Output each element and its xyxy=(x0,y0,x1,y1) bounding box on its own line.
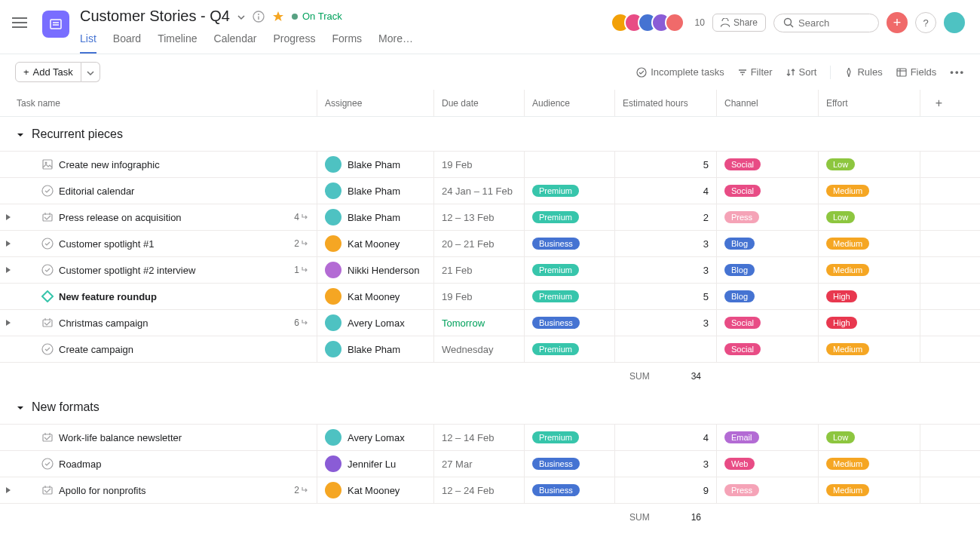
tab-timeline[interactable]: Timeline xyxy=(158,32,197,54)
me-avatar[interactable] xyxy=(944,12,965,33)
estimated-hours-cell[interactable]: 3 xyxy=(614,231,716,256)
estimated-hours-cell[interactable]: 5 xyxy=(614,284,716,309)
assignee-cell[interactable]: Avery Lomax xyxy=(317,310,433,336)
assignee-cell[interactable]: Blake Pham xyxy=(317,152,433,177)
milestone-icon[interactable] xyxy=(39,431,56,443)
audience-cell[interactable]: Premium xyxy=(524,204,614,230)
project-menu-chevron-icon[interactable] xyxy=(237,11,245,22)
channel-cell[interactable]: Social xyxy=(716,178,818,204)
effort-cell[interactable]: Medium xyxy=(818,451,920,477)
check-icon[interactable] xyxy=(39,264,56,276)
due-date-cell[interactable]: 19 Feb xyxy=(433,152,524,177)
channel-cell[interactable]: Blog xyxy=(716,231,818,256)
column-header[interactable]: Effort xyxy=(818,90,920,116)
milestone-icon[interactable] xyxy=(39,484,56,496)
due-date-cell[interactable]: 19 Feb xyxy=(433,284,524,309)
assignee-cell[interactable]: Avery Lomax xyxy=(317,425,433,450)
add-task-button[interactable]: + Add Task xyxy=(15,62,81,82)
channel-cell[interactable]: Blog xyxy=(716,257,818,283)
column-header[interactable]: Assignee xyxy=(317,90,433,116)
effort-cell[interactable]: Low xyxy=(818,152,920,177)
due-date-cell[interactable]: 27 Mar xyxy=(433,451,524,477)
task-title[interactable]: New feature roundup xyxy=(56,291,311,302)
assignee-cell[interactable]: Kat Mooney xyxy=(317,477,433,503)
task-row[interactable]: Create new infographic Blake Pham 19 Feb… xyxy=(0,151,980,178)
audience-cell[interactable]: Business xyxy=(524,231,614,256)
task-row[interactable]: Customer spotlight #1 2 Kat Mooney 20 – … xyxy=(0,230,980,257)
status-chip[interactable]: On Track xyxy=(292,11,342,22)
task-row[interactable]: Work-life balance newsletter Avery Lomax… xyxy=(0,424,980,451)
audience-cell[interactable]: Business xyxy=(524,310,614,336)
tab-progress[interactable]: Progress xyxy=(273,32,315,54)
share-button[interactable]: Share xyxy=(712,14,766,32)
effort-cell[interactable]: Medium xyxy=(818,231,920,256)
info-icon[interactable] xyxy=(253,10,265,23)
expand-subtasks-icon[interactable] xyxy=(0,319,17,327)
project-title[interactable]: Customer Stories - Q4 xyxy=(80,8,230,25)
effort-cell[interactable]: Medium xyxy=(818,477,920,503)
task-row[interactable]: New feature roundup Kat Mooney 19 Feb Pr… xyxy=(0,283,980,310)
audience-cell[interactable]: Premium xyxy=(524,178,614,204)
estimated-hours-cell[interactable] xyxy=(614,336,716,362)
tab-board[interactable]: Board xyxy=(113,32,141,54)
check-icon[interactable] xyxy=(39,343,56,355)
task-row[interactable]: Roadmap Jennifer Lu 27 Mar Business 3 We… xyxy=(0,450,980,477)
global-add-button[interactable]: + xyxy=(887,12,908,33)
column-header[interactable]: Channel xyxy=(716,90,818,116)
section-collapse-icon[interactable] xyxy=(17,127,24,141)
search-box[interactable] xyxy=(773,14,879,32)
channel-cell[interactable]: Social xyxy=(716,336,818,362)
help-button[interactable]: ? xyxy=(915,12,936,33)
task-title[interactable]: Customer spotlight #2 interview xyxy=(56,265,288,276)
estimated-hours-cell[interactable]: 4 xyxy=(614,178,716,204)
estimated-hours-cell[interactable]: 5 xyxy=(614,152,716,177)
channel-cell[interactable]: Web xyxy=(716,451,818,477)
due-date-cell[interactable]: 12 – 24 Feb xyxy=(433,477,524,503)
assignee-cell[interactable]: Nikki Henderson xyxy=(317,257,433,283)
due-date-cell[interactable]: Wednesday xyxy=(433,336,524,362)
tab-list[interactable]: List xyxy=(80,32,96,54)
task-title[interactable]: Create campaign xyxy=(56,344,311,355)
image-icon[interactable] xyxy=(39,158,56,170)
member-avatars[interactable] xyxy=(611,13,684,32)
channel-cell[interactable]: Press xyxy=(716,204,818,230)
assignee-cell[interactable]: Kat Mooney xyxy=(317,231,433,256)
incomplete-tasks-filter[interactable]: Incomplete tasks xyxy=(636,66,724,78)
task-title[interactable]: Press release on acquisition xyxy=(56,212,288,223)
task-title[interactable]: Create new infographic xyxy=(56,159,311,170)
estimated-hours-cell[interactable]: 3 xyxy=(614,257,716,283)
effort-cell[interactable]: Low xyxy=(818,425,920,450)
task-title[interactable]: Work-life balance newsletter xyxy=(56,432,311,443)
effort-cell[interactable]: High xyxy=(818,284,920,309)
audience-cell[interactable]: Business xyxy=(524,451,614,477)
milestone-icon[interactable] xyxy=(39,317,56,329)
due-date-cell[interactable]: Tomorrow xyxy=(433,310,524,336)
check-icon[interactable] xyxy=(39,185,56,197)
assignee-cell[interactable]: Blake Pham xyxy=(317,204,433,230)
audience-cell[interactable]: Business xyxy=(524,477,614,503)
task-row[interactable]: Press release on acquisition 4 Blake Pha… xyxy=(0,204,980,231)
section-collapse-icon[interactable] xyxy=(17,400,24,414)
section-header[interactable]: Recurrent pieces xyxy=(0,127,957,141)
column-header[interactable]: Task name xyxy=(0,90,317,116)
audience-cell[interactable]: Premium xyxy=(524,336,614,362)
audience-cell[interactable]: Premium xyxy=(524,284,614,309)
due-date-cell[interactable]: 12 – 14 Feb xyxy=(433,425,524,450)
task-row[interactable]: Apollo for nonprofits 2 Kat Mooney 12 – … xyxy=(0,477,980,504)
effort-cell[interactable]: Medium xyxy=(818,178,920,204)
menu-toggle-icon[interactable] xyxy=(12,17,27,29)
estimated-hours-cell[interactable]: 3 xyxy=(614,310,716,336)
due-date-cell[interactable]: 21 Feb xyxy=(433,257,524,283)
channel-cell[interactable]: Social xyxy=(716,152,818,177)
check-icon[interactable] xyxy=(39,238,56,250)
estimated-hours-cell[interactable]: 2 xyxy=(614,204,716,230)
fields-button[interactable]: Fields xyxy=(896,66,937,78)
channel-cell[interactable]: Email xyxy=(716,425,818,450)
task-row[interactable]: Christmas campaign 6 Avery Lomax Tomorro… xyxy=(0,309,980,336)
effort-cell[interactable]: Medium xyxy=(818,336,920,362)
tab-calendar[interactable]: Calendar xyxy=(214,32,257,54)
task-title[interactable]: Christmas campaign xyxy=(56,317,288,329)
assignee-cell[interactable]: Blake Pham xyxy=(317,178,433,204)
assignee-cell[interactable]: Kat Mooney xyxy=(317,284,433,309)
estimated-hours-cell[interactable]: 3 xyxy=(614,451,716,477)
